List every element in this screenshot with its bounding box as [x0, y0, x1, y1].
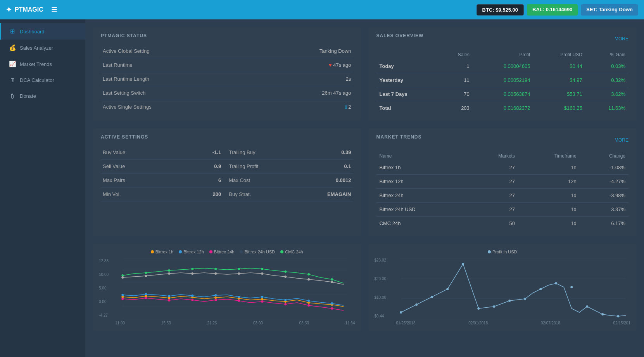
trends-legend-item: Bittrex 24h — [209, 250, 235, 254]
setting-value: 0.1 — [344, 163, 351, 169]
sales-col-header: Sales — [440, 50, 473, 59]
trends-chart-svg — [115, 258, 355, 318]
sidebar-item-dca-calculator[interactable]: 🗓DCA Calculator — [0, 72, 85, 88]
btc-badge[interactable]: BTC: $9,525.00 — [477, 4, 524, 16]
trends-legend-item: Bittrex 24h USD — [240, 250, 275, 254]
legend-label: Bittrex 12h — [183, 250, 204, 254]
sidebar-label-sales-analyzer: Sales Analyzer — [20, 45, 53, 51]
y-label-3: 0.00 — [99, 300, 114, 304]
svg-point-25 — [331, 281, 333, 283]
ptmagic-status-title: PTMAGIC STATUS — [101, 33, 353, 38]
profit-chart-area: $23.02 $20.00 $10.00 $0.44 — [375, 258, 631, 325]
svg-point-15 — [331, 278, 333, 281]
sales-gain: 0.03% — [585, 59, 628, 73]
sales-count: 11 — [440, 73, 473, 87]
svg-point-9 — [191, 268, 193, 270]
svg-point-42 — [261, 296, 263, 298]
trends-title-row: MARKET TRENDS MORE — [376, 134, 629, 146]
trend-name: Bittrex 12h — [376, 175, 469, 189]
ptmagic-status-card: PTMAGIC STATUS Active Global SettingTank… — [93, 27, 361, 121]
svg-point-43 — [284, 299, 287, 301]
sales-row: Total 203 0.01682372 $160.25 11.63% — [376, 101, 629, 115]
sales-overview-card: SALES OVERVIEW MORE SalesProfitProfit US… — [369, 27, 637, 121]
trend-markets: 50 — [468, 217, 518, 230]
sales-col-header: Profit — [473, 50, 534, 59]
status-row: Active Single Settingsℹ 2 — [101, 100, 353, 114]
profit-legend-label: Profit in USD — [492, 250, 517, 254]
svg-point-41 — [238, 296, 240, 298]
trend-timeframe: 1h — [518, 161, 580, 175]
trend-timeframe: 1d — [518, 189, 580, 203]
sales-row: Yesterday 11 0.00052194 $4.97 0.32% — [376, 73, 629, 87]
setting-value: 0.9 — [214, 163, 221, 169]
profit-y-labels: $23.02 $20.00 $10.00 $0.44 — [375, 258, 395, 318]
profit-x-1: 02/01/2018 — [468, 321, 488, 325]
setting-right-row: Buy Strat.EMAGAIN — [227, 187, 353, 201]
setting-label: Sell Value — [103, 163, 214, 169]
trends-row: Bittrex 12h 27 12h -4.27% — [376, 175, 629, 189]
svg-point-23 — [284, 276, 287, 278]
trends-legend-item: CMC 24h — [280, 250, 303, 254]
svg-point-73 — [601, 313, 604, 315]
status-label: Last Runtime — [101, 58, 251, 72]
logo-icon: ✦ — [6, 5, 12, 14]
svg-point-21 — [238, 272, 240, 275]
sidebar-icon-dashboard: ⊞ — [9, 28, 16, 35]
sales-table: SalesProfitProfit USD% Gain Today 1 0.00… — [376, 50, 629, 115]
sales-profit-usd: $160.25 — [533, 101, 585, 115]
sidebar-item-donate[interactable]: ₿Donate — [0, 88, 85, 104]
legend-label: Bittrex 24h USD — [244, 250, 275, 254]
logo: ✦ PTMAGIC — [6, 5, 43, 14]
trend-timeframe: 1d — [518, 217, 580, 230]
sales-more-link[interactable]: MORE — [615, 36, 628, 42]
svg-point-24 — [307, 278, 310, 281]
trends-row: CMC 24h 50 1d 6.17% — [376, 217, 629, 230]
settings-grid: Buy Value-1.1Trailing Buy0.39Sell Value0… — [101, 146, 353, 201]
trend-change: 6.17% — [580, 217, 628, 230]
status-row: Last Setting Switch26m 47s ago — [101, 86, 353, 100]
trend-timeframe: 1d — [518, 203, 580, 217]
sales-count: 70 — [440, 87, 473, 101]
menu-icon[interactable]: ☰ — [51, 5, 57, 14]
sales-profit-usd: $53.71 — [533, 87, 585, 101]
status-label: Active Global Setting — [101, 44, 251, 58]
trend-markets: 27 — [468, 203, 518, 217]
trend-name: CMC 24h — [376, 217, 469, 230]
setting-label: Min Vol. — [103, 191, 213, 197]
sales-col-header: % Gain — [585, 50, 628, 59]
setting-right-row: Trailing Buy0.39 — [227, 146, 353, 159]
svg-point-7 — [145, 272, 147, 274]
sidebar-item-sales-analyzer[interactable]: 💰Sales Analyzer — [0, 40, 85, 56]
sidebar-label-donate: Donate — [20, 93, 36, 99]
market-trends-title: MARKET TRENDS — [376, 134, 422, 140]
active-settings-card: ACTIVE SETTINGS Buy Value-1.1Trailing Bu… — [93, 128, 361, 236]
svg-point-46 — [121, 298, 124, 300]
setting-label: Buy Strat. — [229, 191, 327, 197]
sales-header-row: SalesProfitProfit USD% Gain — [376, 50, 629, 59]
setting-right-row: Max Cost0.0012 — [227, 173, 353, 187]
sales-gain: 11.63% — [585, 101, 628, 115]
svg-point-19 — [191, 272, 193, 275]
svg-point-36 — [121, 294, 124, 296]
profit-x-3: 02/15/201 — [613, 321, 630, 325]
profit-chart-inner: 01/25/2018 02/01/2018 02/07/2018 02/15/2… — [396, 258, 631, 325]
profit-x-2: 02/07/2018 — [541, 321, 560, 325]
svg-point-38 — [168, 295, 170, 297]
sales-gain: 0.32% — [585, 73, 628, 87]
profit-y-0: $23.02 — [375, 258, 395, 262]
middle-grid: ACTIVE SETTINGS Buy Value-1.1Trailing Bu… — [93, 128, 636, 236]
svg-point-20 — [214, 272, 217, 275]
sales-count: 1 — [440, 59, 473, 73]
sidebar-item-dashboard[interactable]: ⊞Dashboard — [0, 23, 85, 40]
trends-more-link[interactable]: MORE — [615, 137, 628, 143]
setting-left-row: Min Vol.200 — [101, 187, 227, 201]
set-badge[interactable]: SET: Tanking Down — [581, 4, 638, 16]
setting-value: 0.39 — [341, 149, 351, 155]
bal-badge[interactable]: BAL: 0.16144690 — [527, 4, 578, 16]
sales-period: Yesterday — [376, 73, 440, 87]
sidebar-item-market-trends[interactable]: 📈Market Trends — [0, 56, 85, 72]
svg-point-71 — [570, 286, 573, 288]
market-trends-card: MARKET TRENDS MORE NameMarketsTimeframeC… — [369, 128, 637, 236]
trend-markets: 27 — [468, 175, 518, 189]
active-settings-title: ACTIVE SETTINGS — [101, 134, 353, 140]
